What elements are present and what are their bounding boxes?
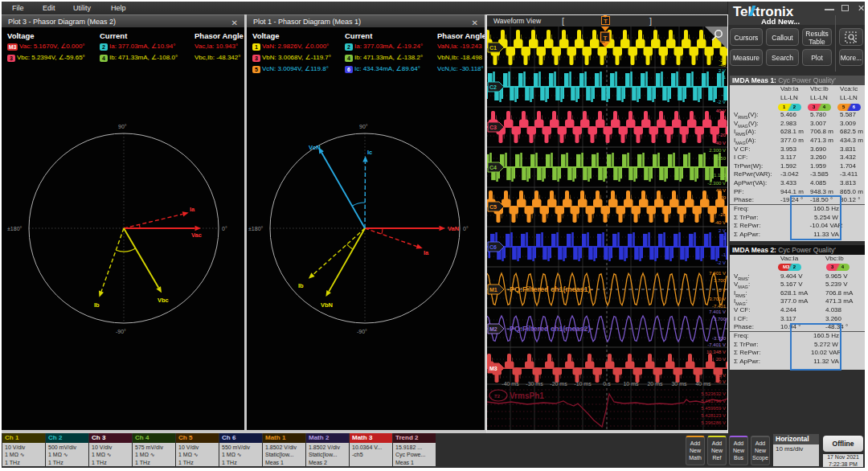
svg-text:40 V: 40 V bbox=[716, 188, 726, 193]
svg-text:30 ms: 30 ms bbox=[671, 381, 687, 387]
svg-text:C6: C6 bbox=[489, 244, 497, 250]
svg-text:±180°: ±180° bbox=[248, 226, 264, 231]
svg-text:Ia: Ia bbox=[424, 249, 429, 256]
svg-text:1.150: 1.150 bbox=[714, 156, 727, 161]
svg-text:VrmsPh1: VrmsPh1 bbox=[510, 391, 544, 400]
svg-text:10 ms: 10 ms bbox=[623, 381, 639, 387]
svg-text:VbN: VbN bbox=[321, 301, 333, 309]
svg-text:5.428123 V: 5.428123 V bbox=[701, 413, 726, 418]
svg-text:Vbc: Vbc bbox=[158, 297, 169, 304]
svg-text:-20 V: -20 V bbox=[714, 373, 726, 378]
svg-text:-7.401: -7.401 bbox=[712, 304, 727, 309]
svg-text:2 V: 2 V bbox=[719, 68, 726, 73]
svg-text:0 s: 0 s bbox=[603, 381, 611, 387]
svg-text:3.700: 3.700 bbox=[714, 317, 727, 322]
svg-text:2.300 V: 2.300 V bbox=[709, 148, 726, 153]
svg-text:90°: 90° bbox=[359, 124, 368, 129]
svg-text:0°: 0° bbox=[222, 226, 227, 231]
svg-text:T2: T2 bbox=[494, 394, 501, 399]
svg-text:7.401 V: 7.401 V bbox=[709, 271, 726, 276]
svg-text:-30 ms: -30 ms bbox=[526, 381, 543, 387]
svg-text:C4: C4 bbox=[489, 165, 497, 170]
svg-text:5.459959 V: 5.459959 V bbox=[701, 406, 726, 411]
svg-text:40 ms: 40 ms bbox=[695, 381, 711, 387]
svg-text:0 V: 0 V bbox=[719, 288, 726, 293]
svg-text:-2 V: -2 V bbox=[717, 260, 726, 265]
svg-text:-1: -1 bbox=[722, 252, 727, 257]
svg-text:-1.150: -1.150 bbox=[712, 173, 727, 178]
svg-text:-3.700: -3.700 bbox=[712, 336, 727, 341]
svg-text:-40 V: -40 V bbox=[714, 379, 726, 384]
svg-text:-40 ms: -40 ms bbox=[502, 381, 519, 387]
svg-text:-20 ms: -20 ms bbox=[550, 381, 567, 387]
svg-text:VaN: VaN bbox=[448, 225, 459, 232]
svg-text:M1: M1 bbox=[489, 287, 497, 293]
svg-text:0°: 0° bbox=[463, 226, 469, 231]
svg-text:7.401 V: 7.401 V bbox=[709, 309, 726, 314]
svg-text:-PQ:Filtered ch1(meas1)-: -PQ:Filtered ch1(meas1)- bbox=[507, 285, 593, 293]
svg-text:Ia: Ia bbox=[190, 206, 195, 213]
svg-text:90°: 90° bbox=[118, 124, 127, 129]
svg-text:T: T bbox=[604, 35, 608, 42]
svg-text:5.396286 V: 5.396286 V bbox=[701, 420, 726, 425]
svg-text:C1: C1 bbox=[489, 45, 497, 51]
svg-text:3.700: 3.700 bbox=[714, 278, 727, 283]
svg-text:C5: C5 bbox=[489, 204, 497, 210]
svg-text:-40 V: -40 V bbox=[714, 220, 726, 225]
svg-text:2 V: 2 V bbox=[719, 228, 726, 233]
svg-text:Ic: Ic bbox=[367, 149, 372, 156]
svg-text:20 ms: 20 ms bbox=[647, 381, 663, 387]
svg-text:-PQ:Filtered ch1(meas2)-: -PQ:Filtered ch1(meas2)- bbox=[507, 325, 593, 333]
svg-text:-10 ms: -10 ms bbox=[574, 381, 592, 387]
svg-text:Ib: Ib bbox=[94, 301, 100, 309]
svg-text:-20: -20 bbox=[719, 212, 726, 217]
svg-text:-2 V: -2 V bbox=[717, 100, 726, 104]
svg-text:-90°: -90° bbox=[116, 329, 126, 334]
svg-text:-2.300 V: -2.300 V bbox=[707, 181, 726, 186]
svg-text:-1: -1 bbox=[722, 92, 727, 97]
svg-text:C3: C3 bbox=[489, 125, 497, 130]
svg-text:5.491796 V: 5.491796 V bbox=[701, 399, 726, 403]
svg-text:40 V: 40 V bbox=[716, 109, 726, 113]
svg-text:M2: M2 bbox=[489, 326, 497, 332]
svg-text:-40 V: -40 V bbox=[714, 141, 726, 145]
svg-text:-7.401 V: -7.401 V bbox=[707, 342, 726, 347]
svg-text:5.523632 V: 5.523632 V bbox=[701, 391, 726, 396]
svg-text:-90°: -90° bbox=[357, 329, 367, 334]
svg-text:VcN: VcN bbox=[309, 144, 321, 151]
svg-text:-3.700 V: -3.700 V bbox=[707, 297, 726, 301]
svg-text:M3: M3 bbox=[489, 366, 497, 371]
svg-text:-40: -40 bbox=[719, 63, 726, 68]
svg-text:Ib: Ib bbox=[298, 282, 304, 289]
svg-text:-20: -20 bbox=[719, 133, 726, 137]
svg-text:±180°: ±180° bbox=[7, 226, 23, 231]
svg-text:Vac: Vac bbox=[191, 231, 202, 239]
svg-text:C2: C2 bbox=[489, 84, 497, 90]
svg-text:20: 20 bbox=[720, 195, 726, 200]
svg-text:10.348 V: 10.348 V bbox=[706, 350, 726, 354]
svg-text:20: 20 bbox=[720, 116, 726, 121]
svg-text:20 V: 20 V bbox=[716, 357, 726, 362]
